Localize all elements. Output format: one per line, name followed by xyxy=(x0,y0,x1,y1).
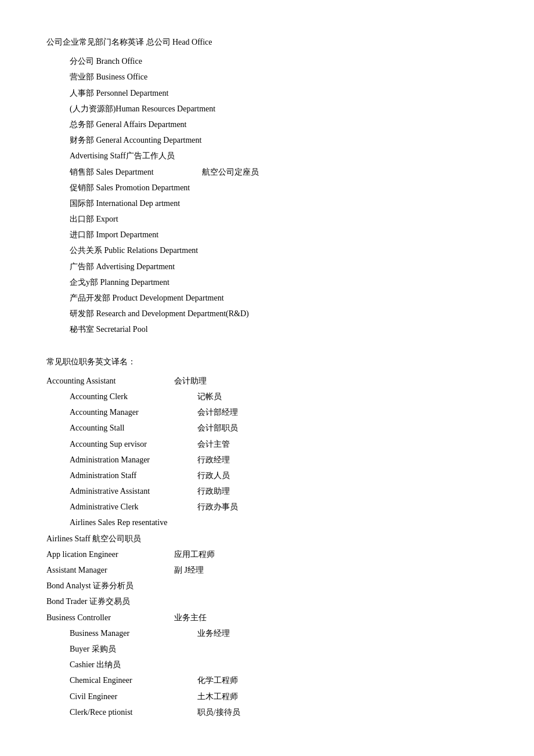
list-item: Accounting Stall会计部职员 xyxy=(46,421,488,435)
list-item: Airlines Staff 航空公司职员 xyxy=(46,531,488,546)
list-item: App lication Engineer应用工程师 xyxy=(46,547,488,562)
list-item: Accounting Sup ervisor会计主管 xyxy=(46,437,488,451)
list-item: Accounting Manager会计部经理 xyxy=(46,405,488,419)
titles-list: Accounting Assistant会计助理Accounting Clerk… xyxy=(46,374,488,719)
departments-list: 分公司 Branch Office 营业部 Business Office 人事… xyxy=(46,54,488,337)
list-item: 企戈y部 Planning Department xyxy=(70,275,488,290)
list-item: Administrative Clerk行政办事员 xyxy=(46,500,488,514)
list-item: Advertising Staff广告工作人员 xyxy=(70,149,488,163)
list-item: 研发部 Research and Development Department(… xyxy=(70,306,488,321)
list-item: Buyer 采购员 xyxy=(46,642,488,656)
list-item: 进口部 Import Department xyxy=(70,227,488,242)
list-item: 总务部 General Affairs Department xyxy=(70,117,488,132)
section-departments: 公司企业常见部门名称英译 总公司 Head Office 分公司 Branch … xyxy=(46,35,488,337)
list-item: Chemical Engineer化学工程师 xyxy=(46,673,488,688)
section-departments-title: 公司企业常见部门名称英译 总公司 Head Office xyxy=(46,35,488,49)
list-item: Bond Analyst 证券分析员 xyxy=(46,578,488,593)
list-item: Accounting Assistant会计助理 xyxy=(46,374,488,388)
list-item: 营业部 Business Office xyxy=(70,70,488,84)
list-item: Civil Engineer土木工程师 xyxy=(46,689,488,704)
list-item: 公共关系 Public Relations Department xyxy=(70,243,488,258)
list-item: 秘书室 Secretarial Pool xyxy=(70,322,488,337)
list-item: Clerk/Rece ptionist职员/接待员 xyxy=(46,705,488,719)
list-item: Bond Trader 证券交易员 xyxy=(46,594,488,609)
list-item: 分公司 Branch Office xyxy=(70,54,488,68)
list-item: Administration Manager行政经理 xyxy=(46,453,488,467)
list-item: Cashier 出纳员 xyxy=(46,657,488,672)
list-item: Administrative Assistant行政助理 xyxy=(46,484,488,498)
list-item: Business Controller业务主任 xyxy=(46,610,488,625)
list-item: 促销部 Sales Promotion Department xyxy=(70,180,488,195)
list-item: Airlines Sales Rep resentative xyxy=(46,515,488,530)
list-item: (人力资源部)Human Resources Department xyxy=(70,102,488,116)
list-item: Business Manager业务经理 xyxy=(46,626,488,641)
list-item: 销售部 Sales Department 航空公司定座员 xyxy=(70,165,488,179)
list-item: Administration Staff行政人员 xyxy=(46,468,488,483)
section-titles-title: 常见职位职务英文译名： xyxy=(46,355,488,369)
section-titles: 常见职位职务英文译名： Accounting Assistant会计助理Acco… xyxy=(46,355,488,719)
list-item: Accounting Clerk记帐员 xyxy=(46,389,488,404)
list-item: 财务部 General Accounting Department xyxy=(70,133,488,147)
list-item: Assistant Manager副 J经理 xyxy=(46,563,488,577)
list-item: 国际部 International Dep artment xyxy=(70,196,488,211)
list-item: 广告部 Advertising Department xyxy=(70,259,488,274)
list-item: 出口部 Export xyxy=(70,212,488,226)
list-item: 人事部 Personnel Department xyxy=(70,86,488,100)
list-item: 产品开发部 Product Development Department xyxy=(70,291,488,305)
